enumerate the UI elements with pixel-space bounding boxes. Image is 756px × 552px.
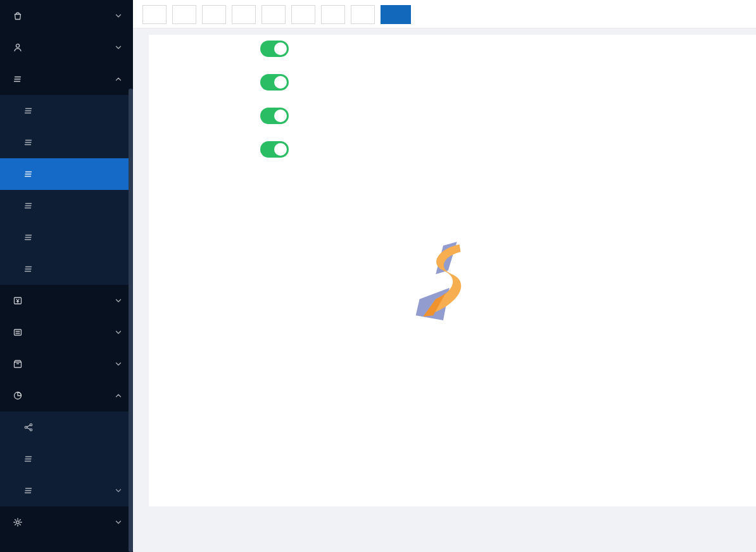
switch-sub-permission-toggle[interactable] bbox=[260, 141, 289, 158]
list-icon bbox=[23, 486, 34, 496]
toggle-knob bbox=[274, 110, 287, 122]
sidebar-item-钩子管理[interactable] bbox=[0, 475, 133, 506]
sidebar-menu bbox=[0, 0, 133, 538]
gear-icon bbox=[13, 517, 23, 527]
sidebar-item-设置[interactable] bbox=[0, 506, 133, 538]
finance-icon bbox=[13, 296, 23, 306]
sidebar-item-分销管理[interactable] bbox=[0, 95, 133, 127]
operation-icon bbox=[13, 327, 23, 337]
field-control bbox=[260, 41, 756, 57]
field-control bbox=[260, 74, 756, 91]
sidebar-item-进货[interactable] bbox=[0, 348, 133, 380]
form-row-delete-sub-permission bbox=[163, 74, 756, 91]
list-icon bbox=[23, 264, 34, 274]
list-icon bbox=[13, 74, 23, 84]
sidebar-item-分销等级[interactable] bbox=[0, 127, 133, 158]
field-control bbox=[260, 141, 756, 158]
sidebar-item-商品[interactable] bbox=[0, 0, 133, 32]
toggle-knob bbox=[274, 76, 287, 89]
app-icon bbox=[13, 391, 23, 401]
sidebar-item-分销助手[interactable] bbox=[0, 190, 133, 222]
share-icon bbox=[23, 422, 34, 432]
tab-添加商品[interactable] bbox=[291, 5, 315, 24]
sidebar-item-应用[interactable] bbox=[0, 380, 133, 411]
purchase-icon bbox=[13, 359, 23, 369]
tab-分销管理[interactable] bbox=[321, 5, 345, 24]
enable-self-build-toggle[interactable] bbox=[260, 41, 289, 57]
sidebar-item-门店明细[interactable] bbox=[0, 253, 133, 285]
user-icon bbox=[13, 42, 23, 53]
modify-sub-permission-toggle[interactable] bbox=[260, 108, 289, 124]
sidebar-item-分销[interactable] bbox=[0, 63, 133, 95]
form-row-switch-sub-permission bbox=[163, 141, 756, 158]
sidebar-item-分销设置[interactable] bbox=[0, 158, 133, 190]
chevron-down-icon bbox=[115, 487, 122, 494]
list-icon bbox=[23, 169, 34, 179]
main-content bbox=[133, 0, 756, 552]
list-icon bbox=[23, 232, 34, 242]
sidebar-item-我的应用[interactable] bbox=[0, 443, 133, 475]
form-row-modify-sub-permission bbox=[163, 108, 756, 124]
sidebar-item-提现管理[interactable] bbox=[0, 222, 133, 253]
sidebar-item-会员[interactable] bbox=[0, 32, 133, 63]
sidebar bbox=[0, 0, 133, 552]
tab-主页[interactable] bbox=[142, 5, 167, 24]
tab-快递平台[interactable] bbox=[261, 5, 286, 24]
chevron-up-icon bbox=[115, 392, 122, 399]
list-icon bbox=[23, 106, 34, 116]
list-icon bbox=[23, 201, 34, 211]
toggle-knob bbox=[274, 143, 287, 156]
sidebar-scrollbar[interactable] bbox=[129, 89, 133, 552]
settings-form-card bbox=[149, 35, 756, 506]
sidebar-item-运营[interactable] bbox=[0, 317, 133, 348]
toggle-knob bbox=[274, 42, 287, 55]
chevron-down-icon bbox=[115, 44, 122, 51]
tab-分销设置[interactable] bbox=[381, 5, 411, 24]
chevron-down-icon bbox=[115, 12, 122, 20]
list-icon bbox=[23, 137, 34, 147]
tab-bar bbox=[133, 0, 756, 28]
tab-分销等级[interactable] bbox=[351, 5, 375, 24]
bag-icon bbox=[13, 11, 23, 21]
tab-订单列表[interactable] bbox=[172, 5, 196, 24]
delete-sub-permission-toggle[interactable] bbox=[260, 74, 289, 91]
chevron-up-icon bbox=[115, 75, 122, 83]
tab-快递订单[interactable] bbox=[202, 5, 226, 24]
list-icon bbox=[23, 454, 34, 464]
chevron-down-icon bbox=[115, 297, 122, 304]
tab-物流接口[interactable] bbox=[232, 5, 256, 24]
field-control bbox=[260, 108, 756, 124]
sidebar-item-财务[interactable] bbox=[0, 285, 133, 317]
chevron-down-icon bbox=[115, 329, 122, 336]
form-row-enable-self-build bbox=[163, 41, 756, 57]
chevron-down-icon bbox=[115, 518, 122, 526]
chevron-down-icon bbox=[115, 360, 122, 368]
sidebar-item-应用商店[interactable] bbox=[0, 411, 133, 443]
